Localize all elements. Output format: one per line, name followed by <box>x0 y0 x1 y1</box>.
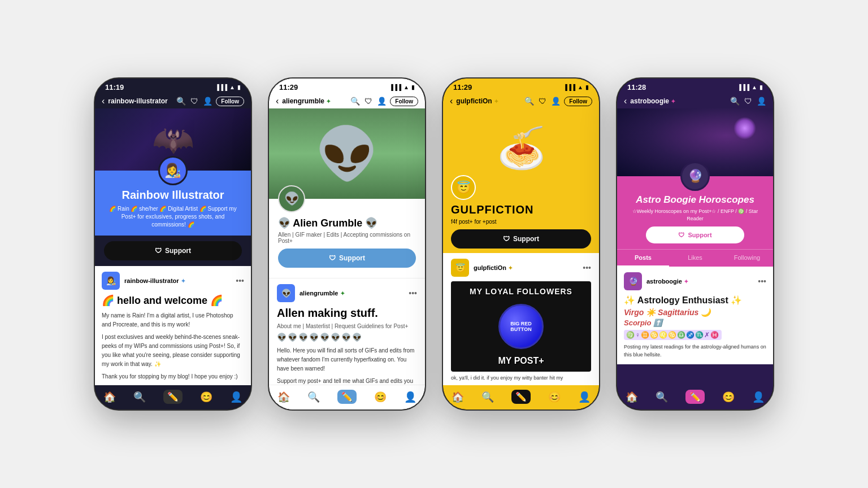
tab-posts[interactable]: Posts <box>617 250 669 267</box>
status-icons-1: ▐▐▐ ▲ ▮ <box>215 84 241 90</box>
gulp-verified: ✦ <box>508 265 513 271</box>
tab-likes[interactable]: Likes <box>669 250 721 267</box>
compose-icon-3[interactable]: ✏️ <box>511 390 531 404</box>
compose-icon-1[interactable]: ✏️ <box>163 390 183 404</box>
meme-text-bottom: MY POST+ <box>451 356 591 366</box>
profile-name-2: 👽 Alien Grumble 👽 <box>278 217 416 229</box>
nav-username-3: gulpfictiOn ✦ <box>456 97 521 105</box>
avatar-1: 👩‍🎨 <box>158 156 188 185</box>
search-icon-3[interactable]: 🔍 <box>524 97 534 106</box>
signal-icon-3: ▐▐▐ <box>563 84 575 90</box>
follow-button-2[interactable]: Follow <box>390 97 418 106</box>
verified-badge-2: ✦ <box>340 290 345 297</box>
alien-avatar: 👽 <box>278 185 305 212</box>
profile-bio-4: ☆Weekly Horoscopes on my Post+☆ / ENFP /… <box>625 208 765 222</box>
nav-icons-3: 🔍 🛡 👤 <box>524 97 561 106</box>
search-nav-icon-1[interactable]: 🔍 <box>133 391 146 403</box>
profile-icon-2[interactable]: 👤 <box>377 97 387 106</box>
gulp-post-avatar: 😇 <box>451 259 469 277</box>
search-nav-icon-2[interactable]: 🔍 <box>307 391 320 403</box>
verified-4: ✦ <box>671 98 675 104</box>
meme-image: MY LOYAL FOLLOWERS BIG RED BUTTON MY POS… <box>451 281 591 372</box>
astro-post-section: 🔮 astroboogie ✦ ••• ✨ Astrology Enthusia… <box>617 267 773 364</box>
tab-following[interactable]: Following <box>721 250 773 267</box>
phone-1: 11:19 ▐▐▐ ▲ ▮ ‹ rainbow-illustrator 🔍 🛡 … <box>94 77 252 411</box>
home-icon-4[interactable]: 🏠 <box>626 391 638 403</box>
battery-icon: ▮ <box>237 84 241 90</box>
profile-bio-1: 🌈 Rain 🌈 she/her 🌈 Digital Artist 🌈 Supp… <box>104 205 242 229</box>
compose-icon-2[interactable]: ✏️ <box>337 390 357 404</box>
account-icon-4[interactable]: 👤 <box>752 391 765 403</box>
astro-post-sub1: Virgo ☀️ Sagittarius 🌙 <box>624 308 766 317</box>
profile-bio-3: f4f post+ for +post <box>451 219 591 225</box>
shield-icon[interactable]: 🛡 <box>190 97 198 106</box>
astro-post-title: ✨ Astrology Enthusiast ✨ <box>624 295 766 306</box>
meme-button: BIG RED BUTTON <box>498 304 544 349</box>
post-avatar-1: 👩‍🎨 <box>102 272 120 290</box>
profile-icon[interactable]: 👤 <box>203 97 212 106</box>
account-icon-2[interactable]: 👤 <box>404 391 416 403</box>
phone-2: 11:29 ▐▐▐ ▲ ▮ ‹ aliengrumble ✦ 🔍 🛡 👤 <box>268 77 426 411</box>
back-icon[interactable]: ‹ <box>102 96 105 106</box>
home-icon-1[interactable]: 🏠 <box>103 391 116 403</box>
support-button-1[interactable]: 🛡 Support <box>104 241 242 260</box>
follow-button-3[interactable]: Follow <box>564 97 592 106</box>
astro-header: 🔮 <box>617 108 773 176</box>
account-icon-3[interactable]: 👤 <box>578 391 591 403</box>
shield-icon-2[interactable]: 🛡 <box>364 97 372 106</box>
profile-name-1: Rainbow Illustrator <box>104 189 242 202</box>
search-nav-icon-3[interactable]: 🔍 <box>481 391 494 403</box>
support-button-3[interactable]: 🛡 Support <box>451 229 591 249</box>
back-icon-4[interactable]: ‹ <box>624 96 627 106</box>
bottom-nav-3: 🏠 🔍 ✏️ 😊 👤 <box>443 385 599 409</box>
post-avatar-2: 👽 <box>277 284 295 302</box>
meme-text-top: MY LOYAL FOLLOWERS <box>451 287 591 296</box>
search-icon[interactable]: 🔍 <box>176 97 186 106</box>
post-username-1: rainbow-illustrator ✦ <box>124 277 231 284</box>
astro-post-avatar: 🔮 <box>624 272 642 290</box>
profile-icon-4[interactable]: 👤 <box>757 97 766 106</box>
support-label-1: Support <box>165 247 191 255</box>
support-shield-icon: 🛡 <box>155 247 162 255</box>
support-shield-icon-4: 🛡 <box>678 232 684 238</box>
home-icon-2[interactable]: 🏠 <box>277 391 290 403</box>
wifi-icon-4: ▲ <box>752 84 757 90</box>
support-shield-icon-3: 🛡 <box>503 235 510 243</box>
support-button-4[interactable]: 🛡 Support <box>646 226 744 243</box>
home-icon-3[interactable]: 🏠 <box>452 391 464 403</box>
emoji-row-2: 👽👽👽👽👽👽👽👽 <box>277 333 417 342</box>
activity-icon-2[interactable]: 😊 <box>374 391 387 403</box>
bottom-nav-1: 🏠 🔍 ✏️ 😊 👤 <box>95 385 251 409</box>
astro-post-menu[interactable]: ••• <box>758 277 766 286</box>
back-icon-2[interactable]: ‹ <box>276 96 279 106</box>
signal-icon: ▐▐▐ <box>215 84 227 90</box>
status-time-1: 11:19 <box>105 83 124 91</box>
status-bar-3: 11:29 ▐▐▐ ▲ ▮ <box>443 79 599 94</box>
wifi-icon-2: ▲ <box>403 84 409 90</box>
activity-icon-4[interactable]: 😊 <box>722 391 735 403</box>
support-button-2[interactable]: 🛡 Support <box>278 249 416 268</box>
post-menu-2[interactable]: ••• <box>409 289 417 298</box>
back-icon-3[interactable]: ‹ <box>450 96 453 106</box>
profile-content-3: 🍝 😇 GULPFICTION f4f post+ for +post 🛡 Su… <box>443 108 599 385</box>
search-icon-2[interactable]: 🔍 <box>350 97 360 106</box>
gulp-avatar: 😇 <box>451 175 476 200</box>
search-icon-4[interactable]: 🔍 <box>730 97 740 106</box>
shield-icon-3[interactable]: 🛡 <box>539 97 546 106</box>
follow-button-1[interactable]: Follow <box>216 97 244 106</box>
nav-icons-2: 🔍 🛡 👤 <box>350 97 387 106</box>
gulp-post-menu[interactable]: ••• <box>583 263 591 272</box>
support-label-3: Support <box>513 235 539 243</box>
search-nav-icon-4[interactable]: 🔍 <box>656 391 668 403</box>
account-icon-1[interactable]: 👤 <box>230 391 242 403</box>
post-menu-1[interactable]: ••• <box>236 276 244 285</box>
activity-icon-3[interactable]: 😊 <box>548 391 561 403</box>
post-header-2: 👽 aliengrumble ✦ ••• <box>277 284 417 302</box>
verified-3: ✦ <box>494 98 498 104</box>
nav-username-2: aliengrumble ✦ <box>282 97 347 105</box>
profile-icon-3[interactable]: 👤 <box>551 97 561 106</box>
status-time-2: 11:29 <box>279 83 298 91</box>
compose-icon-4[interactable]: ✏️ <box>685 390 705 404</box>
activity-icon-1[interactable]: 😊 <box>200 391 212 403</box>
shield-icon-4[interactable]: 🛡 <box>744 97 752 106</box>
